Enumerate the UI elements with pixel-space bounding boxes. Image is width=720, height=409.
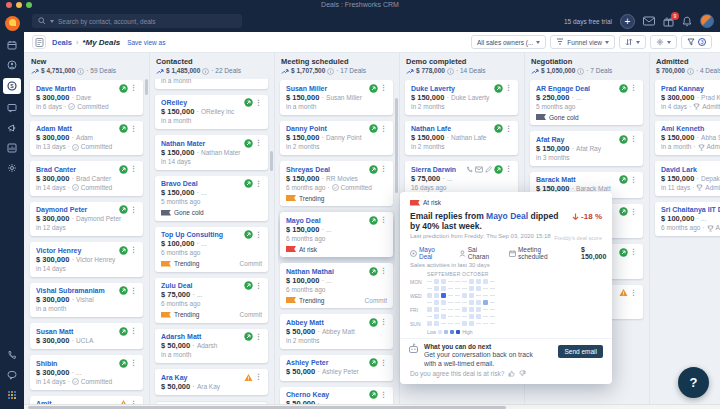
user-avatar[interactable]: [700, 14, 714, 28]
deal-card-vishal-subramaniam[interactable]: Vishal Subramaniam⋮$ 300,000 · Vishalin …: [30, 283, 143, 318]
quick-add-button[interactable]: +: [620, 14, 635, 29]
help-button[interactable]: ?: [678, 367, 709, 398]
sidebar-item-conversations[interactable]: [6, 102, 18, 114]
sidebar-phone-icon[interactable]: [6, 349, 18, 361]
thumbs-down-icon[interactable]: [519, 370, 526, 377]
card-menu-button[interactable]: ⋮: [380, 318, 387, 326]
sidebar-item-contacts[interactable]: [6, 59, 18, 71]
deal-name-link[interactable]: Zulu Deal: [161, 281, 242, 290]
deal-name-link[interactable]: Victor Henrey: [36, 246, 117, 255]
column-scrollbar[interactable]: [145, 79, 148, 95]
deal-name-link[interactable]: Abbey Matt: [286, 318, 367, 327]
deal-card-nathan-mathai[interactable]: Nathan Mathai⋮$ 100,000 · ...6 months ag…: [280, 263, 393, 308]
deal-card-ami-kenneth[interactable]: Ami Kenneth⋮$ 150,000 · Abha Sin a month…: [655, 121, 720, 156]
deal-name-link[interactable]: Afat Ray: [536, 135, 617, 144]
card-menu-button[interactable]: ⋮: [130, 165, 137, 173]
send-email-button[interactable]: Send email: [558, 345, 603, 358]
deal-card-bravo-deal[interactable]: Bravo Deal⋮$ 150,000 · ...5 months agoGo…: [155, 176, 268, 221]
card-menu-button[interactable]: ⋮: [255, 333, 262, 341]
breadcrumb-current-view[interactable]: *My Deals: [82, 38, 120, 47]
settings-dropdown[interactable]: [650, 35, 677, 49]
deal-name-link[interactable]: Adarsh Matt: [161, 332, 242, 341]
deal-name-link[interactable]: Nathan Mater: [161, 139, 242, 148]
card-menu-button[interactable]: ⋮: [255, 282, 262, 290]
deal-card[interactable]: in a month: [155, 79, 268, 89]
card-menu-button[interactable]: ⋮: [380, 165, 387, 173]
card-menu-button[interactable]: ⋮: [380, 267, 387, 275]
deal-card-adam-matt[interactable]: Adam Matt⋮$ 300,000 · Adamin 13 days·Com…: [30, 121, 143, 156]
deal-name-link[interactable]: AR Engage Deal: [536, 84, 617, 93]
deal-name-link[interactable]: Shreyas Deal: [286, 165, 367, 174]
deal-card-nathan-mater[interactable]: Nathan Mater⋮$ 150,000 · Nathan Materin …: [155, 135, 268, 170]
card-menu-button[interactable]: ⋮: [130, 359, 137, 367]
deal-card-danny-point[interactable]: Danny Point⋮$ 150,000 · Danny Pointin 2 …: [280, 121, 393, 156]
sidebar-item-deals-active[interactable]: $: [3, 78, 21, 94]
deal-name-link[interactable]: David Lark: [661, 165, 720, 174]
popup-deal-name[interactable]: Mayo Deal: [419, 246, 450, 260]
deal-card-duke-laverty[interactable]: Duke Laverty⋮$ 150,000 · Duke Lavertyin …: [405, 80, 518, 115]
email-icon[interactable]: [475, 166, 483, 173]
sort-dropdown[interactable]: [619, 35, 646, 49]
card-menu-button[interactable]: ⋮: [380, 84, 387, 92]
deal-name-link[interactable]: OReiley: [161, 98, 242, 107]
deal-name-link[interactable]: Ara Kay: [161, 373, 242, 382]
deal-card-susan-matt[interactable]: Susan Matt⋮$ 300,000 · UCLA: [30, 323, 143, 349]
card-menu-button[interactable]: ⋮: [380, 125, 387, 133]
deal-card-adarsh-matt[interactable]: Adarsh Matt⋮$ 50,000 · Adarshin a month: [155, 329, 268, 364]
card-menu-button[interactable]: ⋮: [505, 165, 512, 173]
column-scrollbar[interactable]: [270, 151, 273, 171]
card-menu-button[interactable]: ⋮: [130, 246, 137, 254]
sidebar-item-calendar[interactable]: [6, 39, 18, 51]
deal-name-link[interactable]: Cherno Keay: [286, 390, 367, 399]
deal-name-link[interactable]: Susan Miller: [286, 84, 367, 93]
deal-link[interactable]: Mayo Deal: [486, 211, 528, 221]
sidebar-item-settings[interactable]: [6, 162, 18, 174]
card-menu-button[interactable]: ⋮: [630, 84, 637, 92]
card-menu-button[interactable]: ⋮: [630, 248, 637, 256]
deal-card-amit[interactable]: Amit⋮: [30, 396, 143, 405]
deal-card-oreiley[interactable]: OReiley⋮$ 150,000 · OReiley incin a mont…: [155, 95, 268, 130]
deal-card-afat-ray[interactable]: Afat Ray⋮$ 150,000 · Afat Rayin 3 months: [530, 131, 643, 166]
thumbs-up-icon[interactable]: [508, 370, 515, 377]
deal-card-mayo-deal[interactable]: Mayo Deal⋮$ 150,000 · ...6 months agoAt …: [280, 212, 393, 257]
sidebar-chat-icon[interactable]: [6, 369, 18, 381]
deal-name-link[interactable]: Barack Matt: [536, 175, 617, 184]
card-menu-button[interactable]: ⋮: [130, 84, 137, 92]
deal-name-link[interactable]: Adam Matt: [36, 124, 117, 133]
deal-card-cherno-keay[interactable]: Cherno Keay⋮$ 50,000 · ...: [280, 387, 393, 405]
deal-card-susan-miller[interactable]: Susan Miller⋮$ 150,000 · Susan Millerin …: [280, 80, 393, 115]
sales-owners-dropdown[interactable]: All sales owners (...: [471, 35, 546, 49]
deal-name-link[interactable]: Ami Kenneth: [661, 124, 720, 133]
deal-name-link[interactable]: Sri Chaitanya IIT Deal: [661, 205, 720, 214]
deal-name-link[interactable]: Danny Point: [286, 124, 367, 133]
edit-icon[interactable]: [485, 166, 492, 173]
card-menu-button[interactable]: ⋮: [630, 176, 637, 184]
card-menu-button[interactable]: ⋮: [630, 208, 637, 216]
bell-icon[interactable]: [682, 16, 692, 27]
freshworks-logo-icon[interactable]: [5, 16, 20, 31]
deal-card-daymond-peter[interactable]: Daymond Peter⋮$ 300,000 · Daymond Peteri…: [30, 202, 143, 237]
view-type-dropdown[interactable]: Funnel view: [550, 35, 615, 49]
card-menu-button[interactable]: ⋮: [255, 99, 262, 107]
deal-card-sierra-darwin[interactable]: Sierra Darwin⋮$ 75,000 · ...16 days ago: [405, 161, 518, 196]
deal-name-link[interactable]: Duke Laverty: [411, 84, 492, 93]
deal-card-abbey-matt[interactable]: Abbey Matt⋮$ 50,000 · Abbey Mattin 2 mon…: [280, 314, 393, 349]
card-menu-button[interactable]: ⋮: [380, 359, 387, 367]
save-view-as-link[interactable]: Save view as: [127, 39, 165, 46]
deal-card-ar-engage-deal[interactable]: AR Engage Deal⋮$ 250,000 · ...5 months a…: [530, 80, 643, 125]
deal-card-victor-henrey[interactable]: Victor Henrey⋮$ 300,000 · Victor Henreyi…: [30, 242, 143, 277]
deal-name-link[interactable]: Nathan Lafe: [411, 124, 492, 133]
deal-name-link[interactable]: Prad Kannay: [661, 84, 720, 93]
deal-name-link[interactable]: Shibin: [36, 359, 117, 368]
deal-name-link[interactable]: Mayo Deal: [286, 216, 367, 225]
card-menu-button[interactable]: ⋮: [380, 216, 387, 224]
card-menu-button[interactable]: ⋮: [255, 373, 262, 381]
card-menu-button[interactable]: ⋮: [255, 180, 262, 188]
deal-name-link[interactable]: Nathan Mathai: [286, 267, 367, 276]
search-scope-caret-icon[interactable]: [50, 20, 54, 23]
deal-name-link[interactable]: Daymond Peter: [36, 205, 117, 214]
sidebar-item-campaigns[interactable]: [6, 122, 18, 134]
deal-name-link[interactable]: Dave Martin: [36, 84, 117, 93]
app-switcher-grid-icon[interactable]: [6, 389, 18, 401]
deal-name-link[interactable]: Top Up Consulting: [161, 230, 242, 239]
